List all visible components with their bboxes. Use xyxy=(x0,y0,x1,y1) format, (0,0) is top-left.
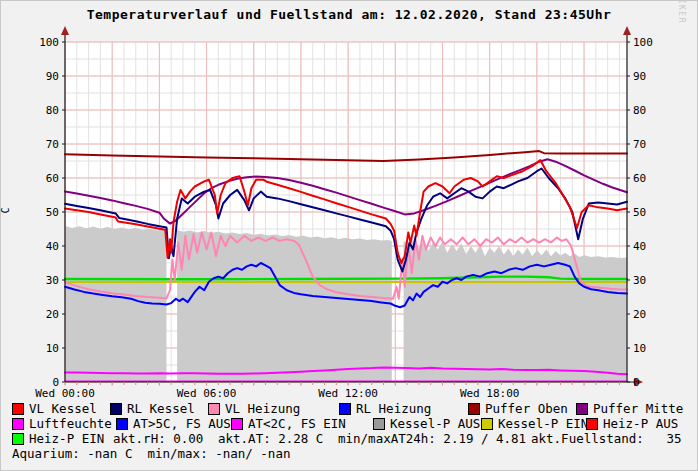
y-tick-label-right: 100 xyxy=(633,36,653,49)
legend-item: Puffer Oben xyxy=(468,401,576,416)
legend-row: LuftfeuchteAT>5C, FS AUSAT<2C, FS EINKes… xyxy=(12,416,696,431)
x-tick-label: Wed 00:00 xyxy=(35,387,95,400)
y-tick-label-right: 90 xyxy=(633,70,646,83)
legend-label: min/maxAT24h: 2.19 / 4.81 xyxy=(338,431,526,446)
y-axis-label: C xyxy=(0,207,11,213)
legend-swatch-icon xyxy=(12,403,24,415)
y-tick-label-right: 70 xyxy=(633,138,646,151)
legend-label: Puffer Oben xyxy=(485,401,568,416)
legend-swatch-icon xyxy=(231,418,243,430)
legend-label: akt.Fuellstand: 35 xyxy=(531,431,682,446)
legend-swatch-icon xyxy=(12,433,24,445)
legend-label: VL Kessel xyxy=(29,401,97,416)
legend-label: VL Heizung xyxy=(225,401,300,416)
legend-swatch-icon xyxy=(576,403,588,415)
legend-item: Kessel-P AUS xyxy=(373,416,481,431)
x-tick-label: Wed 18:00 xyxy=(460,387,520,400)
legend-label: akt.rH: 0.00 xyxy=(113,431,203,446)
y-tick-label-left: 50 xyxy=(46,206,59,219)
legend-item: akt.Fuellstand: 35 xyxy=(531,431,682,446)
x-tick-label: Wed 06:00 xyxy=(177,387,237,400)
y-tick-label-right: 10 xyxy=(633,342,646,355)
legend-item: VL Kessel xyxy=(12,401,110,416)
y-tick-label-left: 20 xyxy=(46,308,59,321)
area-kessel-p-aus xyxy=(177,230,392,382)
legend-swatch-icon xyxy=(481,418,493,430)
legend-label: RL Kessel xyxy=(127,401,195,416)
legend-label: AT<2C, FS EIN xyxy=(248,416,346,431)
legend-label: Kessel-P AUS xyxy=(390,416,480,431)
y-tick-label-right: 30 xyxy=(633,274,646,287)
legend-swatch-icon xyxy=(586,418,598,430)
legend-swatch-icon xyxy=(339,403,351,415)
legend-label: Heiz-P EIN xyxy=(29,431,104,446)
legend-swatch-icon xyxy=(208,403,220,415)
y-tick-label-left: 40 xyxy=(46,240,59,253)
legend-item: AT>5C, FS AUS xyxy=(116,416,231,431)
legend-item: AT<2C, FS EIN xyxy=(231,416,373,431)
legend-swatch-icon xyxy=(12,418,24,430)
legend-row: Aquarium: -nan C min/max: -nan/ -nan xyxy=(12,446,696,461)
y-tick-label-left: 10 xyxy=(46,342,59,355)
legend-label: RL Heizung xyxy=(356,401,431,416)
legend-swatch-icon xyxy=(468,403,480,415)
y-axis-arrow-right xyxy=(623,26,631,35)
legend-item: akt.AT: 2.28 C xyxy=(218,431,338,446)
legend-item: Heiz-P EIN xyxy=(12,431,113,446)
legend-label: Aquarium: -nan C min/max: -nan/ -nan xyxy=(12,446,290,461)
legend-item: VL Heizung xyxy=(208,401,339,416)
y-tick-label-right: 80 xyxy=(633,104,646,117)
legend-item: akt.rH: 0.00 xyxy=(113,431,218,446)
y-tick-label-right: 20 xyxy=(633,308,646,321)
y-tick-label-left: 30 xyxy=(46,274,59,287)
y-tick-label-left: 60 xyxy=(46,172,59,185)
y-tick-label-right: 40 xyxy=(633,240,646,253)
legend: VL KesselRL KesselVL HeizungRL HeizungPu… xyxy=(12,401,696,461)
chart-canvas: 0010102020303040405050606070708080909010… xyxy=(0,0,698,400)
legend-item: Puffer Mitte xyxy=(576,401,683,416)
legend-label: akt.AT: 2.28 C xyxy=(218,431,323,446)
y-tick-label-left: 100 xyxy=(39,36,59,49)
legend-label: Puffer Mitte xyxy=(593,401,683,416)
y-tick-label-right: 50 xyxy=(633,206,646,219)
y-tick-label-left: 80 xyxy=(46,104,59,117)
legend-item: min/maxAT24h: 2.19 / 4.81 xyxy=(338,431,531,446)
y-tick-label-right: 0 xyxy=(633,376,640,389)
x-tick-label: Wed 12:00 xyxy=(318,387,378,400)
legend-item: Heiz-P AUS xyxy=(586,416,678,431)
y-tick-label-left: 90 xyxy=(46,70,59,83)
y-axis-arrow-left xyxy=(61,26,69,35)
legend-item: Aquarium: -nan C min/max: -nan/ -nan xyxy=(12,446,290,461)
legend-item: Kessel-P EIN xyxy=(481,416,586,431)
area-kessel-p-aus xyxy=(404,240,627,382)
legend-item: RL Heizung xyxy=(339,401,468,416)
legend-item: RL Kessel xyxy=(110,401,208,416)
y-tick-label-left: 70 xyxy=(46,138,59,151)
y-tick-label-right: 60 xyxy=(633,172,646,185)
legend-label: Luftfeuchte xyxy=(29,416,112,431)
legend-item: Luftfeuchte xyxy=(12,416,116,431)
legend-row: Heiz-P EINakt.rH: 0.00akt.AT: 2.28 Cmin/… xyxy=(12,431,696,446)
legend-swatch-icon xyxy=(373,418,385,430)
legend-label: AT>5C, FS AUS xyxy=(133,416,231,431)
legend-label: Kessel-P EIN xyxy=(498,416,588,431)
legend-label: Heiz-P AUS xyxy=(603,416,678,431)
legend-row: VL KesselRL KesselVL HeizungRL HeizungPu… xyxy=(12,401,696,416)
rrdtool-watermark: RRDTOOL / TOBI OETIKER xyxy=(677,0,686,24)
legend-swatch-icon xyxy=(110,403,122,415)
legend-swatch-icon xyxy=(116,418,128,430)
